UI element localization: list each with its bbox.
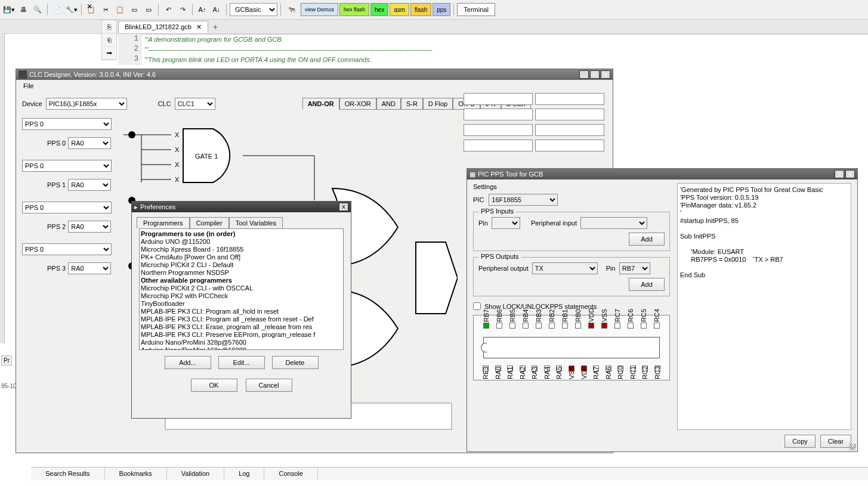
language-dropdown[interactable]: GCBasic: [230, 3, 277, 16]
pref-tab-toolvars[interactable]: Tool Variables: [229, 217, 283, 228]
pps-pic-select[interactable]: 16F18855: [489, 194, 558, 206]
chip-pin-RB4[interactable]: [523, 323, 529, 329]
bottom-tab-bookmarks[interactable]: Bookmarks: [105, 468, 167, 480]
clc-tf-6[interactable]: [464, 140, 533, 151]
clc-tf-7[interactable]: [535, 140, 604, 151]
clc-titlebar[interactable]: CLC Designer, Version: 3.0.0.4, INI Ver:…: [16, 69, 613, 80]
cut-button[interactable]: ✂: [99, 3, 112, 16]
pref-delete-button[interactable]: Delete: [272, 356, 319, 369]
clc-menu-file[interactable]: File: [23, 82, 34, 89]
pref-titlebar[interactable]: ▸ Preferences X: [132, 202, 351, 212]
asm-button[interactable]: asm: [390, 3, 409, 16]
bottom-tab-log[interactable]: Log: [224, 468, 264, 480]
chip-pin-RB5[interactable]: [509, 323, 515, 329]
chip-pin-RC4[interactable]: [654, 323, 660, 329]
bottom-tab-console[interactable]: Console: [264, 468, 317, 480]
view-demos-button[interactable]: view Demos: [301, 3, 338, 16]
pps-copy-button[interactable]: Copy: [784, 435, 816, 448]
select2-button[interactable]: ▭: [142, 3, 155, 16]
file-tab-close-icon[interactable]: ✕: [196, 23, 202, 31]
pref-edit-button[interactable]: Edit...: [218, 356, 265, 369]
clc-maximize-button[interactable]: □: [590, 70, 600, 79]
chip-pin-RC5[interactable]: [641, 323, 647, 329]
bottom-tab-validation[interactable]: Validation: [167, 468, 225, 480]
panel-close-icon[interactable]: ✕: [87, 2, 92, 11]
font-dec-button[interactable]: A↓: [210, 3, 223, 16]
pref-tab-compiler[interactable]: Compiler: [190, 217, 229, 228]
clc-minimize-button[interactable]: _: [579, 70, 589, 79]
programmers-listbox[interactable]: Programmers to use (in order) Arduino UN…: [139, 228, 344, 350]
pps-clear-button[interactable]: Clear: [820, 435, 851, 448]
clc-tab-sr[interactable]: S-R: [401, 98, 423, 110]
pps-out-pin-select[interactable]: RB7: [619, 262, 650, 274]
clc-tab-and-or[interactable]: AND-OR: [302, 98, 339, 110]
pps-sub-0[interactable]: RA0: [68, 137, 111, 149]
chip-pin-VDD[interactable]: [588, 323, 594, 329]
pps-sub-1[interactable]: RA0: [68, 179, 111, 191]
chip-pin-RB0[interactable]: [575, 323, 581, 329]
clc-select[interactable]: CLC1: [175, 98, 215, 110]
pps-in-periph-select[interactable]: [580, 217, 647, 229]
chip-pin-VSS[interactable]: [601, 323, 607, 329]
side-icon-3[interactable]: ⮕: [102, 47, 116, 60]
pps-titlebar[interactable]: ▦ PIC PPS Tool for GCB ? X: [467, 169, 857, 179]
chip-pin-RC6[interactable]: [628, 323, 634, 329]
pps-main-1[interactable]: PPS 0: [22, 160, 112, 172]
pps-main-0[interactable]: PPS 0: [22, 118, 112, 130]
chip-pin-RB7[interactable]: [483, 323, 489, 329]
terminal-button[interactable]: Terminal: [457, 3, 495, 16]
bottom-tab-search[interactable]: Search Results: [31, 468, 105, 480]
pps-help-button[interactable]: ?: [835, 170, 844, 178]
pref-add-button[interactable]: Add...: [165, 356, 211, 369]
pps-showlock-checkbox[interactable]: [473, 302, 481, 310]
clc-tf-1[interactable]: [535, 93, 604, 105]
cow-icon[interactable]: 🐄: [284, 3, 299, 16]
code-editor[interactable]: 123 '''A demonstration program for GCGB …: [118, 34, 868, 65]
select-button[interactable]: ▭: [128, 3, 141, 16]
hex-button[interactable]: hex: [370, 3, 388, 16]
pps-code-output[interactable]: 'Generated by PIC PPS Tool for Great Cow…: [677, 183, 851, 430]
chip-pin-RC7[interactable]: [614, 323, 620, 329]
pps-out-add-button[interactable]: Add: [629, 278, 665, 291]
side-icon-1[interactable]: ⎘: [102, 20, 116, 33]
side-icon-2[interactable]: ⎗: [102, 33, 116, 47]
save-dropdown-button[interactable]: 💾▾: [2, 3, 16, 16]
undo-button[interactable]: ↶: [162, 3, 175, 16]
pref-tab-programmers[interactable]: Programmers: [137, 217, 190, 228]
clc-tab-and[interactable]: AND: [376, 98, 401, 110]
pps-in-add-button[interactable]: Add: [629, 233, 665, 246]
pps-resize-grip[interactable]: [849, 443, 856, 450]
pps-sub-2[interactable]: RA0: [68, 221, 111, 233]
new-tab-button[interactable]: +: [213, 22, 218, 32]
chip-pin-RB6[interactable]: [496, 323, 502, 329]
clc-tf-0[interactable]: [464, 93, 533, 105]
chip-pin-RB3[interactable]: [536, 323, 542, 329]
clc-tab-or-xor[interactable]: OR-XOR: [339, 98, 376, 110]
doc-button[interactable]: 📄: [51, 3, 64, 16]
clc-tab-dflop[interactable]: D Flop: [423, 98, 453, 110]
pps-button[interactable]: pps: [433, 3, 450, 16]
paste-button[interactable]: 📋: [113, 3, 126, 16]
clc-tf-2[interactable]: [464, 109, 533, 120]
pps-main-3[interactable]: PPS 0: [22, 243, 112, 255]
binoculars-button[interactable]: 🔍: [31, 3, 44, 16]
clc-tf-3[interactable]: [535, 109, 604, 120]
chip-pin-RB1[interactable]: [562, 323, 568, 329]
font-inc-button[interactable]: A↑: [196, 3, 209, 16]
redo-button[interactable]: ↷: [176, 3, 189, 16]
clc-tf-5[interactable]: [535, 124, 604, 136]
clc-close-button[interactable]: X: [601, 70, 610, 79]
pref-close-button[interactable]: X: [339, 203, 348, 211]
flash-button[interactable]: flash: [410, 3, 431, 16]
pps-out-periph-select[interactable]: TX: [532, 262, 598, 274]
pref-cancel-button[interactable]: Cancel: [246, 379, 292, 392]
device-select[interactable]: PIC16(L)F1885x: [46, 98, 127, 110]
left-tab-fragment[interactable]: Pr: [1, 355, 12, 366]
hex-flash-button[interactable]: hex flash: [339, 3, 369, 16]
clc-tf-4[interactable]: [464, 124, 533, 136]
file-tab[interactable]: BlinkLED_12f1822.gcb ✕: [118, 21, 208, 33]
tool-dropdown-button[interactable]: 🔧▾: [65, 3, 78, 16]
pps-sub-3[interactable]: RA0: [68, 262, 111, 274]
pref-ok-button[interactable]: OK: [191, 379, 237, 392]
pps-close-button[interactable]: X: [845, 170, 855, 178]
